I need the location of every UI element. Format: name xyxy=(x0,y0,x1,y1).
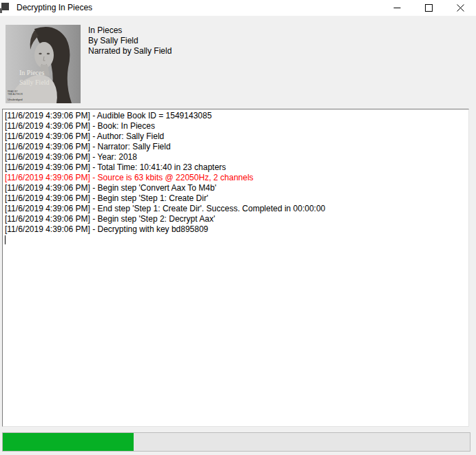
minimize-icon xyxy=(393,4,401,12)
maximize-button[interactable] xyxy=(413,0,444,16)
cover-face-shape xyxy=(34,42,54,68)
close-icon xyxy=(457,4,464,12)
log-line: [11/6/2019 4:39:06 PM] - Begin step 'Ste… xyxy=(5,214,466,224)
log-line: [11/6/2019 4:39:06 PM] - Author: Sally F… xyxy=(5,131,466,142)
titlebar[interactable]: Decrypting In Pieces xyxy=(0,0,476,16)
log-textbox[interactable]: [11/6/2019 4:39:06 PM] - Audible Book ID… xyxy=(2,109,469,427)
log-line: [11/6/2019 4:39:06 PM] - Decrypting with… xyxy=(5,224,466,235)
progress-fill xyxy=(3,433,134,451)
book-title: In Pieces xyxy=(88,25,172,36)
cover-author-text: Sally Field xyxy=(19,78,50,86)
log-line: [11/6/2019 4:39:06 PM] - Narrator: Sally… xyxy=(5,142,466,152)
log-line: [11/6/2019 4:39:06 PM] - Audible Book ID… xyxy=(5,111,466,121)
log-line: [11/6/2019 4:39:06 PM] - Begin step 'Con… xyxy=(5,183,466,193)
maximize-icon xyxy=(425,4,433,12)
log-line: [11/6/2019 4:39:06 PM] - Begin step 'Ste… xyxy=(5,193,466,204)
cover-eye-left xyxy=(39,53,41,54)
cover-eye-right xyxy=(47,53,50,54)
close-button[interactable] xyxy=(444,0,476,16)
text-caret xyxy=(5,235,6,244)
cover-badge-line2: THE AUTHOR xyxy=(8,93,23,96)
cover-edition-text: Unabridged xyxy=(8,98,23,101)
app-icon xyxy=(0,2,9,14)
log-line: [11/6/2019 4:39:06 PM] - End step 'Step … xyxy=(5,204,466,214)
decrypt-window: Decrypting In Pieces xyxy=(0,0,476,455)
minimize-button[interactable] xyxy=(381,0,413,16)
book-author: By Sally Field xyxy=(88,36,172,46)
log-line: [11/6/2019 4:39:06 PM] - Total Time: 10:… xyxy=(5,162,466,173)
log-line: [11/6/2019 4:39:06 PM] - Book: In Pieces xyxy=(5,121,466,131)
window-controls xyxy=(381,0,476,16)
book-cover-image: In Pieces Sally Field READ BY THE AUTHOR… xyxy=(6,25,81,103)
book-info: In Pieces By Sally Field Narrated by Sal… xyxy=(88,25,172,56)
cover-title-text: In Pieces xyxy=(19,69,44,76)
log-line: [11/6/2019 4:39:06 PM] - Year: 2018 xyxy=(5,152,466,162)
log-line: [11/6/2019 4:39:06 PM] - Source is 63 kb… xyxy=(5,173,466,183)
progress-bar xyxy=(2,432,470,452)
book-narrator: Narrated by Sally Field xyxy=(88,46,172,56)
window-title: Decrypting In Pieces xyxy=(17,3,92,12)
